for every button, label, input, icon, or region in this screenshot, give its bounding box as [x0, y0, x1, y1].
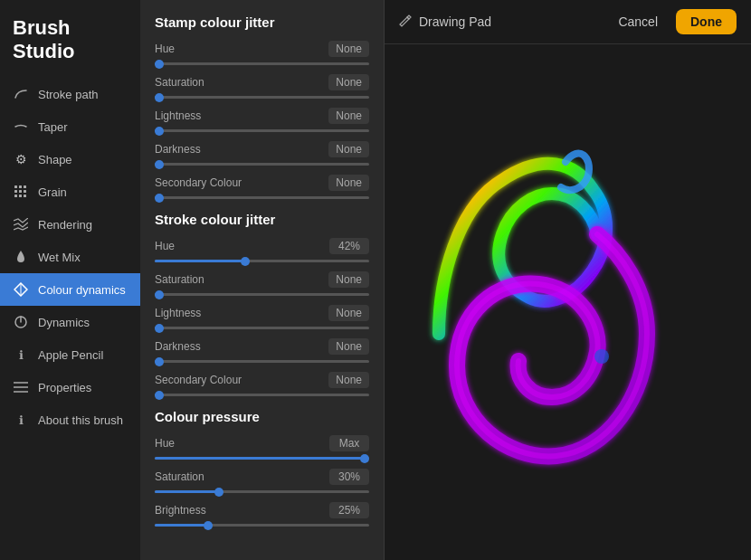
properties-icon: [13, 379, 29, 395]
stamp-lightness-slider[interactable]: [155, 129, 369, 132]
drawing-pad-text: Drawing Pad: [419, 14, 491, 29]
stroke-secondary-slider[interactable]: [155, 394, 369, 396]
stroke-saturation-label: Saturation: [155, 273, 204, 286]
stroke-saturation-control: Saturation None: [155, 271, 369, 296]
sidebar-label-stroke-path: Stroke path: [38, 88, 99, 101]
stamp-darkness-value: None: [328, 141, 369, 157]
sidebar-item-apple-pencil[interactable]: ℹ Apple Pencil: [0, 338, 140, 371]
brush-stroke-canvas: [385, 44, 751, 560]
sidebar-item-stroke-path[interactable]: Stroke path: [0, 78, 140, 110]
stroke-secondary-label: Secondary Colour: [155, 374, 242, 386]
stamp-darkness-slider[interactable]: [155, 163, 369, 166]
stamp-lightness-label: Lightness: [155, 109, 201, 122]
stroke-saturation-value: None: [328, 271, 369, 288]
svg-rect-6: [14, 195, 17, 197]
stamp-hue-control: Hue None: [155, 41, 369, 65]
pressure-saturation-label: Saturation: [155, 470, 204, 483]
stamp-hue-label: Hue: [155, 43, 175, 55]
stamp-secondary-value: None: [328, 175, 369, 191]
shape-icon: ⚙: [13, 151, 29, 167]
stroke-saturation-slider[interactable]: [155, 293, 369, 296]
sidebar-item-colour-dynamics[interactable]: Colour dynamics: [0, 273, 140, 306]
pressure-hue-label: Hue: [155, 437, 175, 450]
pressure-brightness-value: 25%: [329, 502, 369, 518]
stamp-lightness-control: Lightness None: [155, 108, 369, 132]
sidebar-label-properties: Properties: [38, 381, 91, 394]
sidebar-item-rendering[interactable]: Rendering: [0, 208, 140, 241]
apple-pencil-icon: ℹ: [13, 346, 29, 363]
pressure-brightness-control: Brightness 25%: [155, 502, 369, 527]
svg-rect-8: [24, 195, 26, 197]
grain-icon: [13, 184, 29, 200]
stroke-hue-label: Hue: [155, 240, 175, 252]
sidebar-label-wet-mix: Wet Mix: [38, 251, 81, 264]
taper-icon: [13, 119, 29, 135]
stamp-saturation-value: None: [328, 74, 369, 90]
stamp-darkness-label: Darkness: [155, 143, 201, 156]
app-title: Brush Studio: [0, 7, 140, 78]
stroke-secondary-value: None: [328, 372, 369, 388]
sidebar-item-wet-mix[interactable]: Wet Mix: [0, 241, 140, 273]
wet-mix-icon: [13, 249, 29, 265]
stroke-lightness-label: Lightness: [155, 307, 201, 319]
stroke-lightness-control: Lightness None: [155, 305, 369, 329]
sidebar-label-shape: Shape: [38, 153, 72, 166]
stroke-darkness-label: Darkness: [155, 340, 201, 353]
colour-dynamics-icon: [13, 281, 29, 298]
stroke-lightness-value: None: [328, 305, 369, 321]
pressure-section-title: Colour pressure: [155, 409, 369, 424]
svg-rect-4: [19, 190, 22, 193]
stroke-secondary-control: Secondary Colour None: [155, 372, 369, 396]
done-button[interactable]: Done: [676, 9, 737, 34]
stroke-path-icon: [13, 86, 29, 102]
drawing-pad-label: Drawing Pad: [399, 14, 491, 30]
sidebar-label-apple-pencil: Apple Pencil: [38, 348, 103, 362]
stamp-saturation-slider[interactable]: [155, 96, 369, 99]
pressure-hue-value: Max: [329, 435, 369, 451]
stroke-lightness-slider[interactable]: [155, 327, 369, 329]
sidebar-item-properties[interactable]: Properties: [0, 371, 140, 403]
stamp-secondary-control: Secondary Colour None: [155, 175, 369, 199]
stroke-darkness-control: Darkness None: [155, 338, 369, 363]
pressure-brightness-slider[interactable]: [155, 524, 369, 527]
canvas-area[interactable]: [385, 44, 751, 560]
sidebar-label-taper: Taper: [38, 120, 68, 134]
stamp-hue-slider[interactable]: [155, 62, 369, 65]
sidebar-item-grain[interactable]: Grain: [0, 176, 140, 208]
stamp-hue-value: None: [328, 41, 369, 57]
stroke-darkness-slider[interactable]: [155, 360, 369, 363]
sidebar-item-shape[interactable]: ⚙ Shape: [0, 143, 140, 176]
header-actions: Cancel Done: [611, 9, 737, 34]
stroke-hue-slider[interactable]: [155, 260, 369, 262]
pressure-saturation-control: Saturation 30%: [155, 469, 369, 493]
svg-point-15: [594, 349, 609, 364]
stroke-section-title: Stroke colour jitter: [155, 212, 369, 227]
stroke-hue-control: Hue 42%: [155, 238, 369, 262]
rendering-icon: [13, 216, 29, 233]
stamp-lightness-value: None: [328, 108, 369, 124]
pressure-saturation-slider[interactable]: [155, 490, 369, 493]
svg-rect-0: [14, 185, 17, 188]
stamp-saturation-label: Saturation: [155, 76, 204, 89]
stamp-secondary-label: Secondary Colour: [155, 176, 242, 189]
sidebar-item-about[interactable]: ℹ About this brush: [0, 403, 140, 436]
pressure-hue-slider[interactable]: [155, 457, 369, 460]
cancel-button[interactable]: Cancel: [611, 11, 665, 33]
sidebar-label-about: About this brush: [38, 413, 123, 427]
svg-rect-5: [24, 190, 26, 193]
sidebar-label-grain: Grain: [38, 185, 67, 199]
sidebar-item-taper[interactable]: Taper: [0, 110, 140, 143]
stroke-hue-value: 42%: [329, 238, 369, 254]
svg-rect-2: [24, 185, 26, 188]
stamp-secondary-slider[interactable]: [155, 196, 369, 199]
drawing-area: Drawing Pad Cancel Done: [385, 0, 751, 560]
edit-icon: [399, 14, 412, 30]
main-panel: Stamp colour jitter Hue None Saturation …: [140, 0, 385, 560]
svg-rect-7: [19, 195, 22, 197]
about-icon: ℹ: [13, 412, 29, 428]
sidebar-item-dynamics[interactable]: Dynamics: [0, 306, 140, 338]
sidebar-label-rendering: Rendering: [38, 218, 92, 232]
stamp-section-title: Stamp colour jitter: [155, 14, 369, 30]
stroke-darkness-value: None: [328, 338, 369, 355]
drawing-header: Drawing Pad Cancel Done: [385, 0, 751, 44]
